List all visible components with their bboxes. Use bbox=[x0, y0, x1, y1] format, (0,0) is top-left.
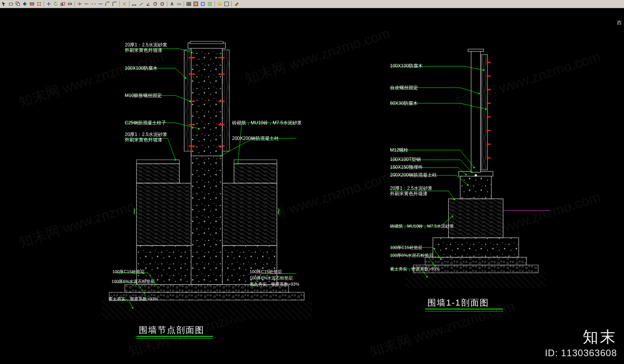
layer-icon[interactable] bbox=[216, 1, 223, 7]
r-ann-tsteel: 100X100T型钢 bbox=[390, 157, 421, 162]
svg-rect-78 bbox=[468, 49, 484, 51]
move-icon[interactable] bbox=[46, 1, 52, 7]
svg-point-8 bbox=[40, 5, 41, 6]
svg-point-66 bbox=[155, 284, 157, 285]
r-ann-brick: 砖砌筑，MU10砖，M7.5水泥砂浆 bbox=[390, 223, 454, 229]
dim-angular-icon[interactable] bbox=[145, 1, 151, 7]
svg-point-91 bbox=[478, 93, 480, 94]
mtext-icon[interactable]: AA bbox=[176, 1, 182, 7]
rotate-icon[interactable] bbox=[53, 1, 59, 7]
svg-rect-79 bbox=[481, 55, 488, 170]
right-title-underline bbox=[425, 309, 503, 309]
svg-point-61 bbox=[190, 101, 191, 102]
ann-plaster-top: 20厚1：2.5水泥砂浆 外刷米黄色外墙漆 bbox=[125, 42, 167, 53]
paint-icon[interactable] bbox=[233, 1, 239, 7]
svg-rect-2 bbox=[17, 3, 20, 5]
svg-point-64 bbox=[237, 163, 239, 164]
r-ann-screw: 自攻螺丝固定 bbox=[390, 85, 418, 90]
mirror-icon[interactable] bbox=[22, 1, 28, 7]
r-ann-soil: 素土夯实，密度系数>93% bbox=[390, 266, 440, 272]
ann-soil-left: 素土夯实，密度系数>93% bbox=[108, 296, 158, 302]
svg-point-62 bbox=[198, 128, 200, 129]
ann-col-right: 200X200钢筋混凝土柱 bbox=[232, 136, 279, 141]
ann-m10-bolt: M10膨胀螺丝固定 bbox=[125, 93, 162, 98]
svg-rect-73 bbox=[433, 238, 519, 257]
hatch-icon[interactable] bbox=[193, 1, 199, 7]
svg-point-6 bbox=[40, 2, 41, 4]
chamfer-icon[interactable] bbox=[105, 1, 111, 7]
dim-diameter-icon[interactable] bbox=[159, 1, 165, 7]
svg-rect-75 bbox=[460, 175, 491, 199]
text-icon[interactable]: A bbox=[169, 1, 175, 7]
left-title-underline2 bbox=[136, 338, 213, 339]
stretch-icon[interactable] bbox=[67, 1, 73, 7]
status-indicator: 西 bbox=[617, 19, 622, 26]
insert-icon[interactable] bbox=[207, 1, 213, 7]
ann-cement-stone-right: 100厚6%水泥石粉垫层 bbox=[250, 275, 293, 281]
dim-aligned-icon[interactable] bbox=[138, 1, 144, 7]
fillet-icon[interactable] bbox=[112, 1, 118, 7]
r-ann-wood80: 80X30防腐木 bbox=[390, 101, 418, 106]
left-title-underline bbox=[136, 336, 213, 337]
left-title: 围墙节点剖面图 bbox=[136, 323, 207, 337]
brand-id: ID: 1130363608 bbox=[545, 348, 617, 359]
svg-point-94 bbox=[471, 171, 473, 173]
ann-wood-100: 100X100防腐木 bbox=[125, 65, 158, 71]
right-title: 围墙1-1剖面图 bbox=[425, 296, 491, 309]
svg-point-67 bbox=[144, 292, 145, 294]
svg-rect-45 bbox=[184, 50, 191, 151]
arrow-icon[interactable] bbox=[1, 1, 7, 7]
trim-icon[interactable] bbox=[76, 1, 83, 7]
svg-point-96 bbox=[467, 184, 469, 186]
erase-icon[interactable] bbox=[8, 1, 14, 7]
left-section-drawing: ≀ ≀ bbox=[78, 27, 374, 331]
copy-icon[interactable] bbox=[15, 1, 21, 7]
svg-point-101 bbox=[426, 276, 428, 277]
svg-text:≀: ≀ bbox=[277, 206, 280, 216]
svg-rect-37 bbox=[234, 164, 277, 183]
ann-brick-right: 砖砌筑，MU10砖，M7.5水泥砂浆 bbox=[232, 120, 302, 125]
svg-rect-46 bbox=[222, 50, 229, 151]
block-icon[interactable] bbox=[200, 1, 206, 7]
explode-icon[interactable] bbox=[121, 1, 128, 7]
svg-rect-15 bbox=[194, 2, 198, 6]
ann-c15-right: 100厚C15砼垫层 bbox=[250, 269, 282, 274]
cad-toolbar: A AA bbox=[0, 0, 624, 8]
r-ann-m12: M12螺栓 bbox=[390, 147, 408, 153]
dim-radius-icon[interactable] bbox=[152, 1, 158, 7]
scale-icon[interactable] bbox=[60, 1, 66, 7]
ann-c25-column: C25钢筋混凝土柱子 bbox=[125, 120, 166, 125]
r-ann-col200: 200X200钢筋混凝土柱 bbox=[390, 172, 437, 178]
r-ann-plaster: 20厚1：2.5水泥砂浆 外刷米黄色外墙漆 bbox=[390, 186, 433, 196]
svg-rect-0 bbox=[9, 3, 12, 5]
svg-rect-16 bbox=[201, 2, 204, 5]
break-icon[interactable] bbox=[90, 1, 97, 7]
dim-linear-icon[interactable] bbox=[131, 1, 137, 7]
svg-point-95 bbox=[465, 174, 467, 175]
svg-rect-42 bbox=[191, 47, 222, 156]
svg-point-92 bbox=[485, 108, 487, 110]
brand-block: 知末 ID: 1130363608 bbox=[545, 326, 617, 359]
drawing-canvas[interactable]: 知末网 www.znzmo.com 知末网 www.znzmo.com 知末网 … bbox=[0, 8, 624, 364]
join-icon[interactable] bbox=[98, 1, 104, 7]
ann-c15-left: 100厚C15砼垫层 bbox=[112, 269, 145, 274]
properties-icon[interactable] bbox=[223, 1, 230, 7]
ann-soil-right: 素土夯实，密度系数>93% bbox=[250, 281, 299, 287]
svg-point-65 bbox=[220, 155, 221, 157]
svg-point-99 bbox=[440, 258, 441, 260]
svg-rect-41 bbox=[234, 160, 277, 164]
svg-point-90 bbox=[483, 69, 484, 71]
svg-point-5 bbox=[37, 2, 39, 4]
svg-rect-3 bbox=[30, 3, 34, 4]
svg-text:≀: ≀ bbox=[133, 206, 136, 216]
offset-icon[interactable] bbox=[29, 1, 35, 7]
table-icon[interactable] bbox=[186, 1, 192, 7]
array-icon[interactable] bbox=[36, 1, 42, 7]
svg-rect-40 bbox=[136, 160, 179, 164]
svg-point-59 bbox=[191, 52, 193, 53]
svg-point-88 bbox=[475, 174, 477, 177]
svg-point-68 bbox=[132, 307, 133, 309]
brand-logo: 知末 bbox=[545, 326, 617, 348]
svg-point-63 bbox=[175, 159, 176, 161]
extend-icon[interactable] bbox=[83, 1, 90, 7]
